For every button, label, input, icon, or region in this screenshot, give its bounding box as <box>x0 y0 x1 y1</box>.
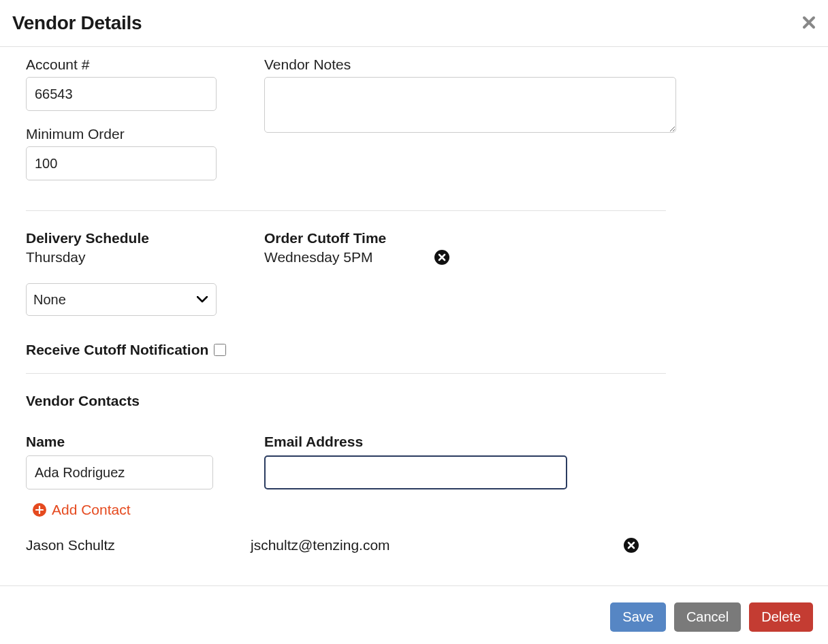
order-cutoff-section: Order Cutoff Time Wednesday 5PM <box>264 230 666 316</box>
account-number-label: Account # <box>26 57 230 73</box>
vendor-contacts-heading: Vendor Contacts <box>26 393 802 409</box>
add-contact-text: Add Contact <box>52 502 131 518</box>
remove-cutoff-icon[interactable] <box>434 250 449 265</box>
delivery-schedule-section: Delivery Schedule Thursday None <box>26 230 230 316</box>
modal-body: Account # Minimum Order Vendor Notes Del… <box>0 47 828 553</box>
divider <box>26 210 666 211</box>
account-number-field: Account # <box>26 57 230 111</box>
contact-name-label: Name <box>26 434 230 450</box>
cancel-button[interactable]: Cancel <box>674 602 741 632</box>
modal-title: Vendor Details <box>12 12 142 34</box>
vendor-notes-field: Vendor Notes <box>264 57 686 135</box>
minimum-order-input[interactable] <box>26 146 217 180</box>
save-button[interactable]: Save <box>610 602 666 632</box>
cutoff-notification-label: Receive Cutoff Notification <box>26 342 208 358</box>
close-icon[interactable] <box>802 14 816 33</box>
cutoff-notification-row: Receive Cutoff Notification <box>26 342 802 358</box>
add-contact-link[interactable]: Add Contact <box>33 502 131 518</box>
cutoff-notification-checkbox[interactable] <box>214 344 226 356</box>
plus-circle-icon <box>33 503 46 517</box>
minimum-order-label: Minimum Order <box>26 126 230 142</box>
schedule-select[interactable]: None <box>26 283 217 316</box>
vendor-notes-textarea[interactable] <box>264 77 676 133</box>
delivery-schedule-heading: Delivery Schedule <box>26 230 230 246</box>
existing-contact-row: Jason Schultz jschultz@tenzing.com <box>26 537 639 553</box>
modal-footer: Save Cancel Delete <box>0 585 828 644</box>
existing-contact-email: jschultz@tenzing.com <box>251 537 624 553</box>
divider <box>26 373 666 374</box>
contact-email-label: Email Address <box>264 434 584 450</box>
delivery-day-text: Thursday <box>26 249 230 265</box>
minimum-order-field: Minimum Order <box>26 126 230 180</box>
existing-contact-name: Jason Schultz <box>26 537 251 553</box>
modal-header: Vendor Details <box>0 0 828 47</box>
account-number-input[interactable] <box>26 77 217 111</box>
contact-email-input[interactable] <box>264 455 567 489</box>
vendor-notes-label: Vendor Notes <box>264 57 686 73</box>
order-cutoff-heading: Order Cutoff Time <box>264 230 666 246</box>
remove-contact-icon[interactable] <box>624 538 639 553</box>
order-cutoff-value: Wednesday 5PM <box>264 249 373 265</box>
contact-name-input[interactable] <box>26 455 213 489</box>
delete-button[interactable]: Delete <box>749 602 813 632</box>
